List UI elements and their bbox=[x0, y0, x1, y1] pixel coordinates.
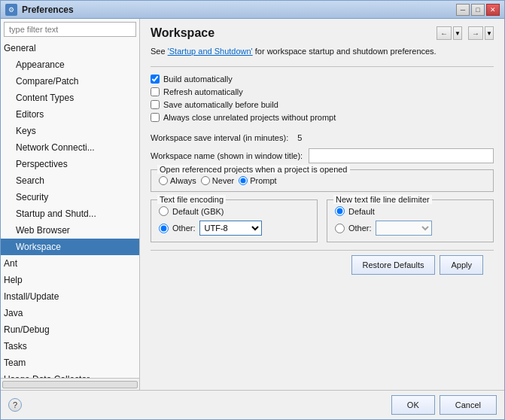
bottom-bar: Restore Defaults Apply bbox=[151, 250, 494, 279]
always-option[interactable]: Always bbox=[159, 176, 196, 185]
close-unrelated-label: Always close unrelated projects without … bbox=[163, 113, 336, 122]
refresh-auto-label: Refresh automatically bbox=[163, 87, 243, 96]
window-icon: ⚙ bbox=[5, 4, 17, 16]
left-panel: General Appearance Compare/Patch Content… bbox=[1, 19, 140, 390]
tree-item-install-update[interactable]: Install/Update bbox=[1, 288, 139, 305]
tree-item-java[interactable]: Java bbox=[1, 305, 139, 321]
prompt-radio[interactable] bbox=[239, 176, 248, 185]
forward-dropdown[interactable]: ▼ bbox=[485, 26, 494, 40]
encoding-default-radio[interactable] bbox=[159, 206, 169, 216]
always-label: Always bbox=[170, 176, 196, 185]
delimiter-other-label: Other: bbox=[348, 224, 372, 233]
name-row: Workspace name (shown in window title): bbox=[151, 148, 494, 163]
apply-button[interactable]: Apply bbox=[440, 255, 483, 275]
name-label: Workspace name (shown in window title): bbox=[151, 151, 303, 160]
never-option[interactable]: Never bbox=[201, 176, 234, 185]
delimiter-other-radio[interactable] bbox=[335, 224, 345, 233]
back-dropdown[interactable]: ▼ bbox=[453, 26, 462, 40]
description-text: See 'Startup and Shutdown' for workspace… bbox=[151, 46, 494, 57]
encoding-default-row: Default (GBK) bbox=[159, 206, 309, 216]
build-auto-label: Build automatically bbox=[163, 75, 233, 84]
always-radio[interactable] bbox=[159, 176, 168, 185]
encoding-default-label: Default (GBK) bbox=[172, 207, 224, 216]
tree-item-security[interactable]: Security bbox=[1, 189, 139, 205]
refresh-auto-checkbox[interactable] bbox=[151, 87, 160, 96]
delimiter-group-label: New text file line delimiter bbox=[333, 195, 432, 204]
encoding-other-row: Other: UTF-8 ISO-8859-1 US-ASCII bbox=[159, 221, 309, 236]
tree-item-startup[interactable]: Startup and Shutd... bbox=[1, 205, 139, 222]
startup-shutdown-link[interactable]: 'Startup and Shutdown' bbox=[168, 47, 253, 56]
tree-item-web-browser[interactable]: Web Browser bbox=[1, 222, 139, 239]
encoding-group: Text file encoding Default (GBK) Other: … bbox=[151, 199, 318, 242]
horizontal-scrollbar-area bbox=[1, 378, 139, 390]
cancel-button[interactable]: Cancel bbox=[440, 395, 497, 415]
save-auto-label: Save automatically before build bbox=[163, 100, 278, 109]
description-suffix: for workspace startup and shutdown prefe… bbox=[253, 47, 437, 56]
delimiter-default-radio[interactable] bbox=[335, 206, 345, 216]
delimiter-other-row: Other: Windows Unix Mac OS 9 bbox=[335, 221, 485, 236]
checkbox-row-build: Build automatically bbox=[151, 75, 494, 84]
main-content: General Appearance Compare/Patch Content… bbox=[1, 19, 504, 390]
tree-item-perspectives[interactable]: Perspectives bbox=[1, 156, 139, 172]
dialog-footer: ? OK Cancel bbox=[1, 390, 504, 419]
panel-title: Workspace bbox=[151, 26, 214, 40]
preferences-window: ⚙ Preferences ─ □ ✕ General Appearance C… bbox=[0, 0, 505, 420]
tree-item-keys[interactable]: Keys bbox=[1, 123, 139, 139]
tree-item-workspace[interactable]: Workspace bbox=[1, 239, 139, 255]
interval-label: Workspace save interval (in minutes): bbox=[151, 133, 288, 142]
back-button[interactable]: ← bbox=[437, 26, 452, 40]
tree-item-editors[interactable]: Editors bbox=[1, 106, 139, 123]
tree-item-content-types[interactable]: Content Types bbox=[1, 90, 139, 106]
encoding-other-label: Other: bbox=[172, 224, 196, 233]
minimize-button[interactable]: ─ bbox=[456, 4, 470, 16]
separator-1 bbox=[151, 66, 494, 67]
checkbox-row-close: Always close unrelated projects without … bbox=[151, 113, 494, 122]
workspace-name-input[interactable] bbox=[309, 148, 494, 163]
tree-item-team[interactable]: Team bbox=[1, 355, 139, 371]
filter-input[interactable] bbox=[4, 22, 136, 37]
prompt-label: Prompt bbox=[250, 176, 276, 185]
encoding-other-radio[interactable] bbox=[159, 224, 169, 233]
encoding-group-label: Text file encoding bbox=[157, 195, 226, 204]
checkbox-row-refresh: Refresh automatically bbox=[151, 87, 494, 96]
horizontal-scrollbar[interactable] bbox=[2, 381, 138, 388]
delimiter-group: New text file line delimiter Default Oth… bbox=[327, 199, 494, 242]
tree-container: General Appearance Compare/Patch Content… bbox=[1, 40, 139, 378]
open-referenced-options: Always Never Prompt bbox=[159, 176, 485, 185]
tree-item-network[interactable]: Network Connecti... bbox=[1, 139, 139, 156]
footer-buttons: OK Cancel bbox=[391, 395, 497, 415]
prompt-option[interactable]: Prompt bbox=[239, 176, 276, 185]
never-radio[interactable] bbox=[201, 176, 210, 185]
open-referenced-group: Open referenced projects when a project … bbox=[151, 169, 494, 192]
restore-defaults-button[interactable]: Restore Defaults bbox=[351, 255, 436, 275]
delimiter-dropdown[interactable]: Windows Unix Mac OS 9 bbox=[376, 221, 432, 236]
tree-item-ant[interactable]: Ant bbox=[1, 255, 139, 272]
tree-item-run-debug[interactable]: Run/Debug bbox=[1, 321, 139, 338]
interval-row: Workspace save interval (in minutes): 5 bbox=[151, 133, 494, 142]
ok-button[interactable]: OK bbox=[391, 395, 435, 415]
encoding-delimiter-section: Text file encoding Default (GBK) Other: … bbox=[151, 199, 494, 242]
panel-header: Workspace ← ▼ → ▼ bbox=[151, 26, 494, 40]
tree-item-tasks[interactable]: Tasks bbox=[1, 338, 139, 355]
interval-value: 5 bbox=[294, 133, 305, 142]
right-panel: Workspace ← ▼ → ▼ See 'Startup and Shutd… bbox=[140, 19, 504, 390]
tree-item-help[interactable]: Help bbox=[1, 272, 139, 288]
tree-item-appearance[interactable]: Appearance bbox=[1, 56, 139, 73]
help-button[interactable]: ? bbox=[8, 398, 22, 412]
maximize-button[interactable]: □ bbox=[471, 4, 485, 16]
save-auto-checkbox[interactable] bbox=[151, 100, 160, 109]
tree-item-search[interactable]: Search bbox=[1, 172, 139, 189]
window-title: Preferences bbox=[22, 5, 456, 15]
open-referenced-label: Open referenced projects when a project … bbox=[157, 165, 350, 174]
close-unrelated-checkbox[interactable] bbox=[151, 113, 160, 122]
tree-item-compare-patch[interactable]: Compare/Patch bbox=[1, 73, 139, 90]
delimiter-default-row: Default bbox=[335, 206, 485, 216]
delimiter-default-label: Default bbox=[348, 207, 375, 216]
tree-item-general[interactable]: General bbox=[1, 40, 139, 56]
build-auto-checkbox[interactable] bbox=[151, 75, 160, 84]
never-label: Never bbox=[212, 176, 234, 185]
tree-item-usage-data[interactable]: Usage Data Collector bbox=[1, 371, 139, 378]
forward-button[interactable]: → bbox=[468, 26, 483, 40]
encoding-dropdown[interactable]: UTF-8 ISO-8859-1 US-ASCII bbox=[199, 221, 262, 236]
close-button[interactable]: ✕ bbox=[486, 4, 500, 16]
